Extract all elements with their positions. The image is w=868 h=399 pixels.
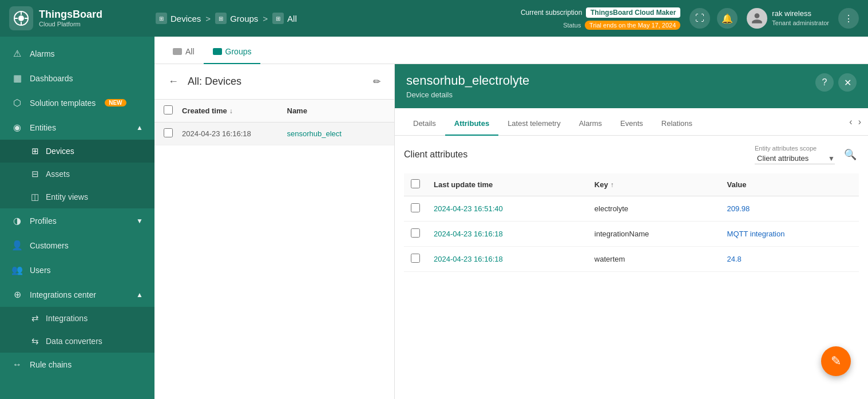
solution-templates-icon: ⬡ [11,97,23,108]
new-badge: NEW [105,99,126,106]
detail-tab-relations[interactable]: Relations [652,119,701,136]
last-update-column-header: Last update time [427,173,588,196]
detail-tab-telemetry-label: Latest telemetry [508,119,561,128]
sidebar-item-rule-chains[interactable]: ↔ Rule chains [0,353,154,377]
detail-tab-attributes[interactable]: Attributes [445,119,498,136]
fullscreen-button[interactable]: ⛶ [689,8,710,29]
table-header: Created time ↓ Name [154,100,394,123]
help-button[interactable]: ? [815,73,834,92]
entities-chevron: ▲ [136,124,143,132]
value-column-header: Value [720,173,859,196]
tab-groups[interactable]: Groups [204,47,261,64]
entity-views-icon: ◫ [30,192,40,202]
sidebar-item-assets[interactable]: ⊟ Assets [0,163,154,185]
sidebar-item-entity-views[interactable]: ◫ Entity views [0,185,154,208]
detail-tab-events[interactable]: Events [611,119,652,136]
panel-title: All: Devices [188,76,364,88]
sidebar-item-entities[interactable]: ◉ Entities ▲ [0,115,154,140]
attributes-table: Last update time Key ↑ Value [404,173,859,272]
tab-all[interactable]: All [164,47,204,64]
attribute-row: 2024-04-23 16:16:18 watertem 24.8 [404,247,859,272]
sidebar-item-profiles[interactable]: ◑ Profiles ▼ [0,208,154,233]
main-area: ⚠ Alarms ▦ Dashboards ⬡ Solution templat… [0,37,868,399]
sidebar-rule-chains-label: Rule chains [30,360,72,369]
attr-last-update-1: 2024-04-23 16:51:40 [427,196,588,222]
user-area[interactable]: rak wireless Tenant administrator [747,8,829,29]
close-detail-button[interactable]: ✕ [838,73,857,92]
sidebar-integrations-label: Integrations [46,314,88,323]
select-all-input[interactable] [164,105,173,114]
profiles-chevron: ▼ [136,217,143,225]
attributes-table-body: 2024-04-23 16:51:40 electrolyte 209.98 2… [404,196,859,272]
subscription-label: Current subscription ThingsBoard Cloud M… [521,7,680,18]
sidebar-data-converters-label: Data converters [46,337,102,346]
sidebar-item-solution-templates[interactable]: ⬡ Solution templates NEW [0,90,154,115]
attr-select-all-header[interactable] [404,173,427,196]
scope-select[interactable]: Client attributes Server attributes Shar… [755,153,835,164]
notifications-button[interactable]: 🔔 [717,8,738,29]
attr-checkbox-3[interactable] [411,254,420,263]
tab-prev-button[interactable]: ‹ [847,114,854,129]
detail-tab-attributes-label: Attributes [454,119,489,128]
sidebar-alarms-label: Alarms [30,49,55,58]
row-select-input[interactable] [164,128,173,137]
dashboards-icon: ▦ [11,73,23,84]
attribute-row: 2024-04-23 16:51:40 electrolyte 209.98 [404,196,859,222]
attr-key-3: watertem [588,247,720,272]
detail-tab-relations-label: Relations [661,119,692,128]
row-checkbox[interactable] [164,128,175,139]
sidebar-entities-label: Entities [30,123,56,132]
tab-next-button[interactable]: › [856,114,863,129]
breadcrumb-devices[interactable]: ⊞ Devices [156,13,201,24]
key-sort-icon: ↑ [611,181,614,189]
detail-tab-details[interactable]: Details [404,119,445,136]
sidebar-entity-views-label: Entity views [46,192,88,202]
breadcrumb-all-label: All [287,14,297,23]
sidebar-item-data-converters[interactable]: ⇆ Data converters [0,330,154,353]
edit-fab-button[interactable]: ✎ [821,346,851,376]
sidebar-item-customers[interactable]: 👤 Customers [0,233,154,258]
back-button[interactable]: ← [166,73,181,90]
last-update-label: Last update time [434,180,493,189]
detail-tab-alarms[interactable]: Alarms [570,119,611,136]
attr-row-checkbox-2[interactable] [404,222,427,247]
attr-key-1: electrolyte [588,196,720,222]
attributes-search-button[interactable]: 🔍 [842,146,859,163]
sidebar: ⚠ Alarms ▦ Dashboards ⬡ Solution templat… [0,37,154,399]
sidebar-item-integrations[interactable]: ⇄ Integrations [0,307,154,330]
entities-icon: ◉ [11,122,23,133]
edit-title-button[interactable]: ✏ [371,74,383,89]
created-time-sort-icon[interactable]: ↓ [229,107,233,115]
key-label: Key [594,180,608,189]
attr-row-checkbox-1[interactable] [404,196,427,222]
sidebar-item-users[interactable]: 👥 Users [0,258,154,282]
sidebar-item-integrations-center[interactable]: ⊕ Integrations center ▲ [0,282,154,307]
created-time-column-header: Created time ↓ [182,106,280,115]
sidebar-item-dashboards[interactable]: ▦ Dashboards [0,66,154,90]
integrations-center-icon: ⊕ [11,289,23,300]
detail-tab-latest-telemetry[interactable]: Latest telemetry [498,119,570,136]
created-time-label: Created time [182,106,227,115]
table-row[interactable]: 2024-04-23 16:16:18 sensorhub_elect [154,123,394,145]
name-column-header: Name [287,106,386,115]
attr-row-checkbox-3[interactable] [404,247,427,272]
detail-tab-nav: ‹ › [842,108,868,135]
select-all-checkbox[interactable] [164,105,175,116]
attr-checkbox-2[interactable] [411,228,420,238]
panel-header: ← All: Devices ✏ [154,64,394,100]
attr-select-all-checkbox[interactable] [411,179,420,188]
tab-groups-label: Groups [225,47,252,56]
breadcrumb-all[interactable]: ⊞ All [272,13,297,24]
logo-icon [9,6,33,30]
sidebar-item-devices[interactable]: ⊞ Devices [0,140,154,163]
device-subtitle: Device details [406,90,815,99]
breadcrumb-groups[interactable]: ⊞ Groups [215,13,258,24]
tabs-bar: All Groups [154,37,868,64]
breadcrumb: ⊞ Devices > ⊞ Groups > ⊞ All [156,13,512,24]
more-menu-button[interactable]: ⋮ [838,8,859,29]
attr-checkbox-1[interactable] [411,203,420,212]
sidebar-integrations-center-label: Integrations center [30,290,96,299]
key-column-header[interactable]: Key ↑ [588,173,720,196]
sidebar-item-alarms[interactable]: ⚠ Alarms [0,41,154,66]
value-label: Value [727,180,747,189]
